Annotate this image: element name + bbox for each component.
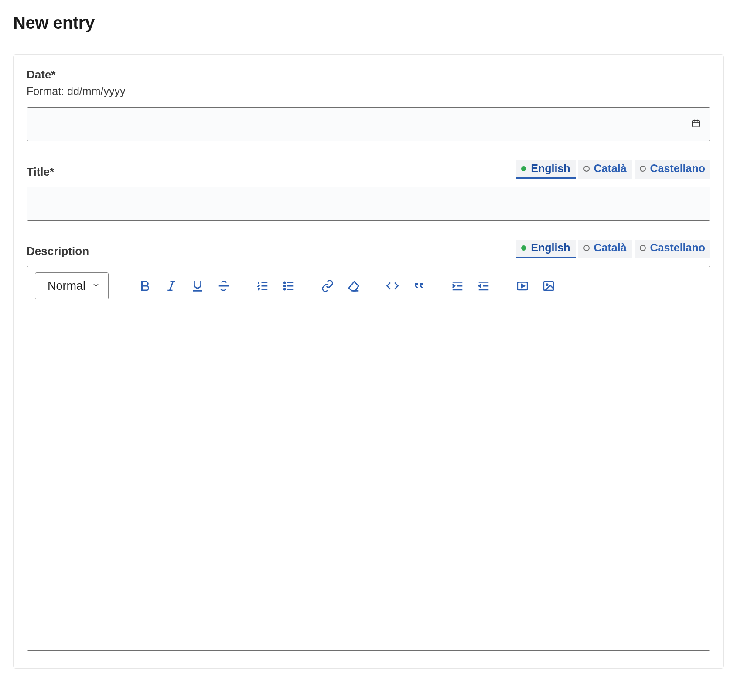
image-button[interactable] (541, 278, 556, 294)
clear-format-button[interactable] (346, 278, 362, 294)
toolbar-group-linkclear (308, 278, 373, 294)
svg-rect-27 (544, 282, 554, 290)
blockquote-button[interactable] (411, 278, 427, 294)
status-dot-empty-icon (583, 245, 590, 251)
bold-button[interactable] (137, 278, 153, 294)
code-button[interactable] (385, 278, 400, 294)
svg-point-16 (284, 285, 285, 286)
toolbar-group-indent (438, 278, 503, 294)
lang-tab-castellano[interactable]: Castellano (635, 160, 710, 179)
lang-tab-label: English (531, 241, 570, 254)
description-editor-body[interactable] (27, 306, 710, 650)
status-dot-filled-icon (521, 245, 526, 251)
toolbar-group-text (126, 278, 243, 294)
description-label: Description (27, 245, 89, 258)
page-title: New entry (13, 13, 724, 33)
lang-tab-catala[interactable]: Català (578, 160, 632, 179)
format-select-value: Normal (48, 279, 85, 293)
strikethrough-button[interactable] (216, 278, 232, 294)
title-input[interactable] (27, 187, 710, 221)
toolbar-group-lists (243, 278, 308, 294)
link-button[interactable] (320, 278, 335, 294)
underline-button[interactable] (190, 278, 205, 294)
lang-tab-label: Català (594, 162, 627, 175)
title-language-tabs: English Català Castellano (516, 160, 710, 179)
title-row-head: Title* English Català Castellano (27, 160, 710, 179)
outdent-button[interactable] (476, 278, 491, 294)
lang-tab-english[interactable]: English (516, 160, 575, 179)
lang-tab-label: Castellano (650, 162, 705, 175)
ordered-list-button[interactable] (255, 278, 270, 294)
svg-marker-26 (522, 284, 525, 288)
rich-text-editor: Normal (27, 266, 710, 651)
status-dot-empty-icon (640, 245, 646, 251)
lang-tab-label: Castellano (650, 241, 705, 254)
lang-tab-castellano[interactable]: Castellano (635, 240, 710, 258)
title-input-wrap (27, 187, 710, 221)
status-dot-empty-icon (640, 166, 646, 172)
indent-button[interactable] (450, 278, 465, 294)
editor-toolbar: Normal (27, 266, 710, 306)
status-dot-empty-icon (583, 166, 590, 172)
svg-line-6 (170, 282, 173, 290)
lang-tab-label: Català (594, 241, 627, 254)
description-row-head: Description English Català Castellano (27, 240, 710, 258)
svg-point-15 (284, 282, 285, 283)
chevron-down-icon (92, 279, 100, 293)
toolbar-group-media (503, 278, 568, 294)
video-button[interactable] (515, 278, 530, 294)
status-dot-filled-icon (521, 166, 526, 171)
description-language-tabs: English Català Castellano (516, 240, 710, 258)
title-label: Title* (27, 165, 54, 179)
lang-tab-catala[interactable]: Català (578, 240, 632, 258)
lang-tab-label: English (531, 162, 570, 175)
bullet-list-button[interactable] (281, 278, 297, 294)
date-input[interactable] (27, 107, 710, 141)
svg-point-28 (546, 284, 548, 286)
italic-button[interactable] (164, 278, 179, 294)
svg-point-17 (284, 289, 285, 290)
toolbar-group-code (373, 278, 438, 294)
date-label: Date* (27, 68, 710, 82)
divider (13, 41, 724, 41)
form-card: Date* Format: dd/mm/yyyy Title* English (13, 54, 724, 669)
lang-tab-english[interactable]: English (516, 240, 575, 258)
date-input-wrap (27, 107, 710, 141)
page: New entry Date* Format: dd/mm/yyyy Title… (0, 0, 737, 682)
date-hint: Format: dd/mm/yyyy (27, 85, 710, 98)
format-select[interactable]: Normal (35, 272, 109, 299)
